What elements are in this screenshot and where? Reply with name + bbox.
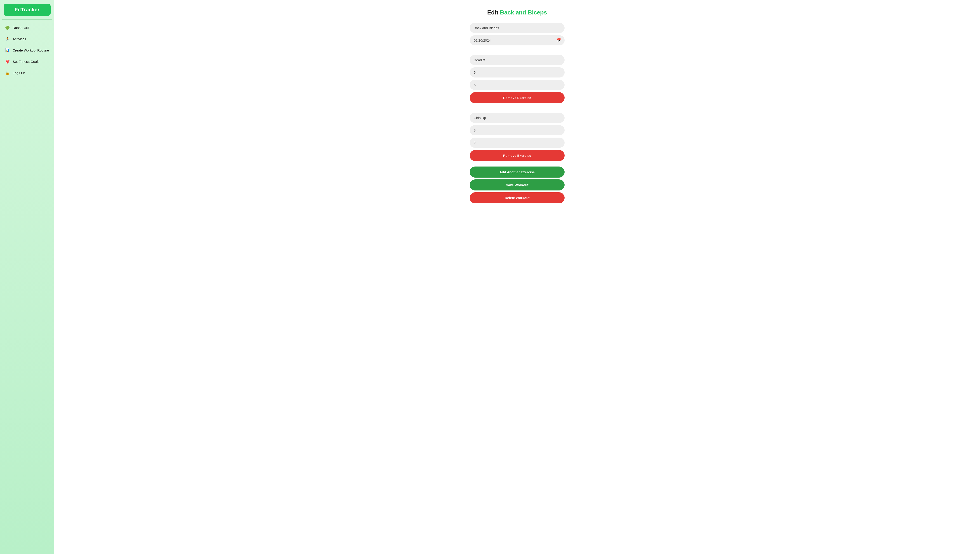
page-title: Edit Back and Biceps	[68, 9, 966, 16]
page-title-prefix: Edit	[487, 9, 498, 16]
exercise-2-reps-input[interactable]	[470, 138, 564, 148]
sidebar-item-set-goals[interactable]: 🎯 Set Fitness Goals	[2, 56, 53, 67]
sidebar-item-label-create-workout: Create Workout Routine	[13, 48, 49, 52]
activities-icon: 🏃	[5, 37, 10, 41]
page-header: Edit Back and Biceps	[68, 9, 966, 16]
action-buttons: Add Another Exercise Save Workout Delete…	[470, 167, 564, 203]
delete-workout-button[interactable]: Delete Workout	[470, 192, 564, 203]
exercise-section-2: Remove Exercise	[470, 109, 564, 161]
exercise-1-name-input[interactable]	[470, 55, 564, 65]
sidebar-item-dashboard[interactable]: 🟢 Dashboard	[2, 22, 53, 33]
sidebar-item-create-workout[interactable]: 📊 Create Workout Routine	[2, 45, 53, 55]
exercise-2-sets-input[interactable]	[470, 125, 564, 135]
dashboard-icon: 🟢	[5, 25, 10, 30]
sidebar-item-label-dashboard: Dashboard	[13, 26, 29, 30]
exercise-1-reps-input[interactable]	[470, 80, 564, 90]
form-container: 📅 Remove Exercise Remove Exercise Add An…	[470, 23, 564, 203]
remove-exercise-2-button[interactable]: Remove Exercise	[470, 150, 564, 161]
sidebar-item-label-activities: Activities	[13, 37, 26, 41]
main-content: Edit Back and Biceps 📅 Remove Exercise R…	[54, 0, 980, 554]
save-workout-button[interactable]: Save Workout	[470, 179, 564, 191]
sidebar-nav: 🟢 Dashboard 🏃 Activities 📊 Create Workou…	[0, 22, 54, 78]
logout-icon: 🔓	[5, 70, 10, 75]
remove-exercise-1-button[interactable]: Remove Exercise	[470, 92, 564, 103]
sidebar-item-label-logout: Log Out	[13, 71, 25, 75]
sidebar-item-label-set-goals: Set Fitness Goals	[13, 60, 39, 64]
exercise-2-name-input[interactable]	[470, 113, 564, 123]
sidebar: FitTracker 🟢 Dashboard 🏃 Activities 📊 Cr…	[0, 0, 54, 554]
page-title-accent: Back and Biceps	[500, 9, 547, 16]
sidebar-item-logout[interactable]: 🔓 Log Out	[2, 68, 53, 78]
exercise-1-sets-input[interactable]	[470, 67, 564, 78]
sidebar-divider	[2, 19, 52, 20]
app-logo[interactable]: FitTracker	[4, 4, 51, 16]
create-workout-icon: 📊	[5, 48, 10, 53]
workout-name-input[interactable]	[470, 23, 564, 33]
date-wrapper: 📅	[470, 35, 564, 45]
exercise-spacer-1	[470, 51, 564, 53]
add-exercise-button[interactable]: Add Another Exercise	[470, 167, 564, 178]
date-input[interactable]	[470, 35, 564, 45]
exercise-spacer-2	[470, 109, 564, 110]
set-goals-icon: 🎯	[5, 59, 10, 64]
exercise-section-1: Remove Exercise	[470, 51, 564, 103]
sidebar-item-activities[interactable]: 🏃 Activities	[2, 33, 53, 44]
app-name: FitTracker	[15, 7, 40, 13]
